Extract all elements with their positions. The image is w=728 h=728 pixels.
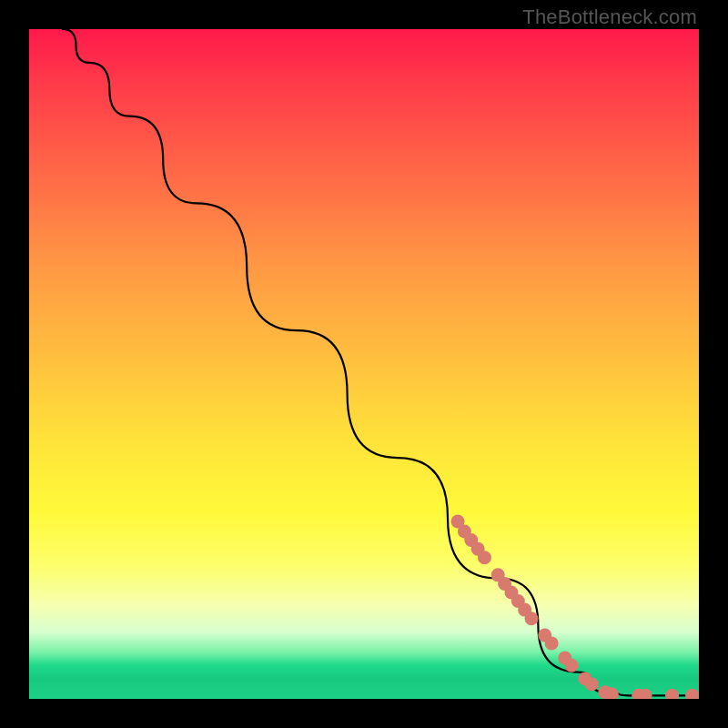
curve-line [63,29,699,695]
plot-area [29,29,699,699]
chart-stage: TheBottleneck.com [0,0,728,728]
svg-point-21 [665,689,679,699]
svg-point-14 [565,659,579,672]
marker-dots [451,514,699,699]
chart-svg [29,29,699,699]
svg-point-22 [685,689,699,699]
attribution-label: TheBottleneck.com [522,5,697,29]
svg-point-10 [525,612,539,625]
svg-point-16 [585,677,599,691]
svg-point-12 [545,636,559,650]
svg-point-4 [478,551,491,564]
